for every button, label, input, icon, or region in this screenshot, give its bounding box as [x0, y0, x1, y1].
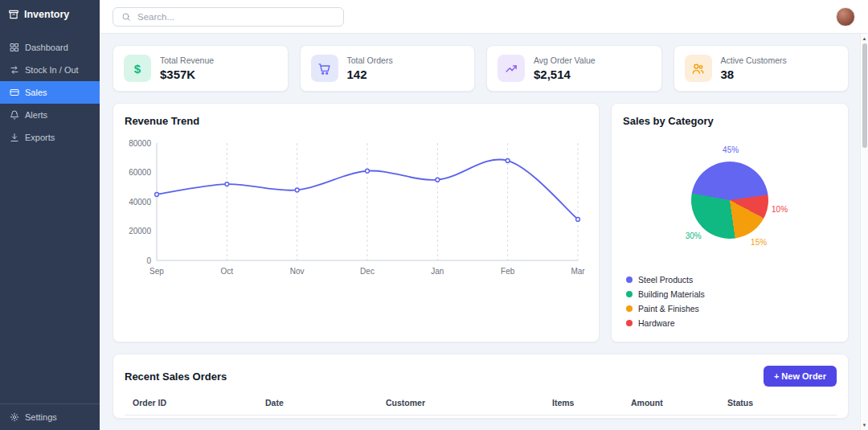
arrows-swap-icon — [10, 65, 19, 75]
stat-icon: $ — [124, 55, 151, 82]
sidebar-item-label: Settings — [25, 412, 57, 422]
legend-dot — [626, 276, 633, 283]
stat-value: 142 — [347, 68, 393, 81]
pie-percent-label: 30% — [686, 231, 702, 240]
stat-label: Avg Order Value — [534, 55, 596, 65]
sidebar-item-dashboard[interactable]: Dashboard — [0, 36, 100, 59]
sales-by-category-card: Sales by Category 45%30%15%10% Steel Pro… — [611, 103, 849, 342]
legend-dot — [626, 291, 633, 297]
sidebar-item-label: Alerts — [25, 110, 47, 120]
pie-percent-label: 10% — [772, 204, 788, 213]
stat-icon — [311, 55, 338, 82]
stat-icon — [685, 55, 712, 82]
sidebar-item-label: Exports — [25, 133, 55, 142]
search-box — [113, 7, 344, 27]
svg-text:Nov: Nov — [290, 267, 305, 276]
app-window: Inventory Dashboard Stock In / Out Sales… — [0, 0, 868, 430]
sidebar-item-alerts[interactable]: Alerts — [0, 104, 100, 126]
table-header-row: Order ID Date Customer Items Amount Stat… — [125, 398, 837, 416]
svg-text:Oct: Oct — [221, 267, 234, 276]
search-input[interactable] — [137, 12, 335, 22]
stat-label: Total Orders — [347, 55, 393, 65]
orders-title: Recent Sales Orders — [125, 371, 227, 383]
stat-value: 38 — [721, 68, 787, 81]
sidebar-footer: Settings — [0, 403, 100, 430]
users-icon — [691, 62, 705, 76]
stat-card-total-revenue: $ Total Revenue $357K — [113, 45, 289, 92]
legend-item: Paint & Finishes — [626, 304, 837, 313]
legend-label: Steel Products — [638, 275, 693, 285]
stat-card-avg-order-value: Avg Order Value $2,514 — [486, 45, 662, 92]
page-content: $ Total Revenue $357K Total Orders 142 — [100, 34, 868, 430]
inventory-box-icon — [8, 9, 19, 20]
recent-orders-card: Recent Sales Orders + New Order Order ID… — [113, 354, 849, 419]
svg-text:20000: 20000 — [129, 227, 151, 235]
charts-row: Revenue Trend 020000400006000080000SepOc… — [113, 103, 849, 342]
sidebar-nav: Dashboard Stock In / Out Sales Alerts Ex… — [0, 36, 100, 403]
column-header-customer: Customer — [386, 398, 552, 407]
table-row: SO-2026-001 2026-03-01 XYZ Construction … — [125, 416, 837, 419]
search-icon — [121, 12, 131, 22]
dollar-icon: $ — [134, 62, 141, 76]
legend-label: Paint & Finishes — [638, 304, 699, 313]
stats-row: $ Total Revenue $357K Total Orders 142 — [113, 45, 849, 92]
main-area: $ Total Revenue $357K Total Orders 142 — [100, 0, 868, 430]
legend-label: Hardware — [638, 318, 675, 328]
sidebar-item-sales[interactable]: Sales — [0, 81, 100, 104]
chart-title: Sales by Category — [623, 115, 837, 127]
column-header-items: Items — [552, 398, 631, 407]
stat-value: $2,514 — [534, 68, 596, 81]
stat-card-active-customers: Active Customers 38 — [674, 45, 850, 92]
pie-percent-label: 45% — [723, 145, 739, 154]
stat-value: $357K — [160, 68, 214, 81]
legend-label: Building Materials — [638, 289, 705, 299]
svg-text:Mar: Mar — [571, 267, 585, 276]
legend-item: Building Materials — [626, 289, 837, 299]
user-avatar[interactable] — [836, 7, 855, 27]
orders-header: Recent Sales Orders + New Order — [125, 366, 837, 387]
svg-text:Sep: Sep — [149, 267, 164, 276]
pie-area: 45%30%15%10% — [623, 140, 837, 260]
scrollbar-thumb[interactable] — [862, 43, 867, 148]
sales-icon — [10, 88, 19, 97]
sidebar: Inventory Dashboard Stock In / Out Sales… — [0, 0, 100, 430]
cart-icon — [317, 62, 331, 76]
stat-icon — [497, 55, 525, 82]
chart-title: Revenue Trend — [125, 115, 588, 127]
svg-text:Jan: Jan — [431, 267, 444, 276]
scroll-down-icon[interactable]: ▼ — [861, 420, 868, 430]
orders-table: Order ID Date Customer Items Amount Stat… — [125, 398, 837, 419]
svg-text:0: 0 — [146, 256, 151, 265]
trend-up-icon — [505, 62, 518, 76]
column-header-date: Date — [265, 398, 386, 407]
dashboard-icon — [10, 43, 19, 52]
download-icon — [10, 133, 19, 142]
svg-text:40000: 40000 — [129, 198, 151, 207]
vertical-scrollbar: ▲ ▼ — [860, 34, 868, 430]
svg-text:80000: 80000 — [129, 139, 151, 148]
sidebar-item-label: Dashboard — [25, 43, 68, 52]
sidebar-item-label: Sales — [25, 88, 47, 97]
legend-item: Steel Products — [626, 275, 837, 285]
svg-text:Dec: Dec — [360, 267, 375, 276]
sidebar-item-settings[interactable]: Settings — [0, 404, 100, 430]
app-logo: Inventory — [0, 0, 100, 28]
legend-dot — [626, 305, 633, 312]
topbar — [100, 0, 868, 34]
stat-label: Active Customers — [721, 55, 787, 65]
scroll-up-icon[interactable]: ▲ — [861, 34, 868, 43]
new-order-button[interactable]: + New Order — [764, 366, 837, 387]
app-title: Inventory — [24, 9, 69, 20]
pie-percent-label: 15% — [751, 237, 767, 246]
sidebar-item-stock-in-out[interactable]: Stock In / Out — [0, 59, 100, 81]
sidebar-item-exports[interactable]: Exports — [0, 126, 100, 149]
pie-chart — [691, 162, 768, 239]
svg-text:Feb: Feb — [501, 267, 515, 276]
bell-icon — [10, 110, 19, 120]
revenue-line-chart: 020000400006000080000SepOctNovDecJanFebM… — [125, 137, 588, 283]
sidebar-item-label: Stock In / Out — [25, 65, 79, 75]
stat-label: Total Revenue — [160, 55, 214, 65]
svg-text:60000: 60000 — [129, 168, 151, 177]
pie-legend: Steel ProductsBuilding MaterialsPaint & … — [623, 275, 837, 328]
legend-dot — [626, 320, 633, 326]
